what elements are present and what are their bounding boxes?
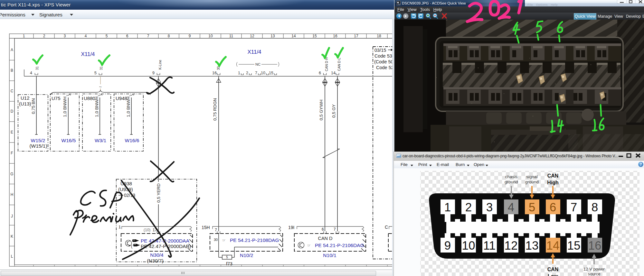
svg-text:N30/4: N30/4 xyxy=(150,252,164,258)
svg-text:15: 15 xyxy=(312,34,317,38)
svg-text:6: 6 xyxy=(319,71,321,75)
svg-text:9: 9 xyxy=(444,239,451,252)
svg-text:source: source xyxy=(588,271,600,276)
svg-text:16: 16 xyxy=(588,239,601,252)
svg-text:1: 1 xyxy=(23,34,25,38)
svg-text:7: 7 xyxy=(571,201,577,214)
svg-text:C: C xyxy=(11,89,14,93)
svg-text:12: 12 xyxy=(250,34,254,38)
svg-text:30: 30 xyxy=(216,66,220,70)
svg-text:CAN: CAN xyxy=(547,173,559,179)
svg-text:F: F xyxy=(11,151,13,155)
svg-text:03/15: 03/15 xyxy=(374,48,386,53)
svg-text:14: 14 xyxy=(331,71,336,75)
svg-text:E: E xyxy=(11,130,13,134)
svg-text:4: 4 xyxy=(508,201,515,214)
svg-text:13: 13 xyxy=(270,34,275,38)
svg-text:10: 10 xyxy=(462,239,475,252)
svg-text:(: ( xyxy=(131,244,133,249)
svg-text:D: D xyxy=(11,109,14,114)
svg-text:12: 12 xyxy=(504,239,517,252)
svg-text:CAN D: CAN D xyxy=(318,236,332,241)
svg-text:10: 10 xyxy=(261,71,265,75)
svg-text:B: B xyxy=(11,68,13,73)
svg-text:17: 17 xyxy=(354,34,358,38)
svg-text:2: 2 xyxy=(246,71,248,75)
svg-text:0,75 RDGN: 0,75 RDGN xyxy=(213,98,217,121)
svg-text:CAN D H: CAN D H xyxy=(325,57,328,71)
svg-text:0,5 GYWH: 0,5 GYWH xyxy=(319,100,324,121)
svg-text:☞: ☞ xyxy=(307,243,311,248)
svg-text:L: L xyxy=(11,254,13,259)
svg-text:0,5 YERD: 0,5 YERD xyxy=(156,183,161,203)
svg-text:(W15/1): (W15/1) xyxy=(29,143,47,149)
svg-text:PE 42.47-P-2000DAA: PE 42.47-P-2000DAA xyxy=(141,238,189,244)
svg-text:7: 7 xyxy=(215,228,217,232)
svg-text:14: 14 xyxy=(546,239,559,252)
svg-text:(10): (10) xyxy=(144,228,150,232)
svg-text:A: A xyxy=(11,48,13,52)
svg-text:6: 6 xyxy=(550,201,556,214)
svg-text:16: 16 xyxy=(333,34,337,38)
svg-text:15: 15 xyxy=(567,239,580,252)
svg-text:U880: U880 xyxy=(84,96,95,101)
svg-text:W3/1: W3/1 xyxy=(95,138,106,143)
svg-text:3: 3 xyxy=(64,34,66,38)
svg-text:U75: U75 xyxy=(52,96,61,101)
svg-text:5: 5 xyxy=(529,201,535,214)
svg-text:9: 9 xyxy=(152,71,155,75)
svg-text:Code 52: Code 52 xyxy=(376,65,392,70)
svg-text:chasis: chasis xyxy=(505,174,518,179)
svg-text:1: 1 xyxy=(238,71,240,75)
svg-text:CAN: CAN xyxy=(547,267,559,272)
svg-text:(U13): (U13) xyxy=(19,101,31,106)
svg-text:14: 14 xyxy=(291,34,296,38)
svg-text:CAN D L: CAN D L xyxy=(337,58,341,71)
svg-text:15: 15 xyxy=(269,71,273,75)
svg-text:6: 6 xyxy=(126,34,128,38)
svg-text:6: 6 xyxy=(322,227,324,232)
svg-text:X11/4: X11/4 xyxy=(81,51,95,57)
svg-text:17: 17 xyxy=(153,228,157,232)
svg-text:(Code 50: (Code 50 xyxy=(374,59,392,64)
svg-text:X11/4: X11/4 xyxy=(247,49,261,55)
svg-text:7: 7 xyxy=(255,71,257,75)
svg-text:J: J xyxy=(11,214,13,218)
svg-text:4: 4 xyxy=(30,71,32,75)
svg-text:NC: NC xyxy=(255,62,260,66)
svg-text:30: 30 xyxy=(214,238,218,242)
svg-text:13: 13 xyxy=(525,239,538,252)
svg-text:☞: ☞ xyxy=(222,238,226,243)
svg-text:High: High xyxy=(547,180,559,185)
svg-text:12 V power: 12 V power xyxy=(583,267,605,271)
svg-text:3: 3 xyxy=(486,201,493,214)
svg-text:5: 5 xyxy=(226,255,228,259)
svg-text:0,75 BN: 0,75 BN xyxy=(31,98,36,114)
svg-text:2: 2 xyxy=(43,34,45,38)
svg-text:U12: U12 xyxy=(21,95,30,101)
svg-text:f73: f73 xyxy=(226,261,232,266)
svg-text:H: H xyxy=(11,192,14,197)
svg-text:U948: U948 xyxy=(116,96,127,101)
svg-text:18: 18 xyxy=(377,34,381,38)
svg-text:2: 2 xyxy=(465,201,472,214)
svg-text:8: 8 xyxy=(592,201,598,214)
svg-text:(U939): (U939) xyxy=(118,187,133,192)
svg-text:~: ~ xyxy=(99,84,102,89)
svg-text:W15/2: W15/2 xyxy=(31,138,45,143)
svg-text:PE 42.47-P-2000DAB): PE 42.47-P-2000DAB) xyxy=(141,244,191,249)
svg-text:Low: Low xyxy=(548,273,558,276)
svg-text:W16/5: W16/5 xyxy=(62,138,76,143)
svg-text:(N30/7): (N30/7) xyxy=(147,258,164,263)
svg-text:4: 4 xyxy=(85,34,87,38)
svg-text:15H: 15H xyxy=(202,225,210,230)
svg-text:10: 10 xyxy=(208,34,213,38)
svg-text:G: G xyxy=(10,172,13,176)
svg-text:11: 11 xyxy=(483,239,496,252)
svg-text:0,5 GY: 0,5 GY xyxy=(331,104,336,118)
svg-text:7: 7 xyxy=(334,227,336,232)
svg-text:8: 8 xyxy=(168,34,170,38)
svg-text:PE 54.21-P-2106DAG: PE 54.21-P-2106DAG xyxy=(315,243,364,248)
svg-text:1,0 BNWH: 1,0 BNWH xyxy=(62,97,67,117)
svg-text:K: K xyxy=(11,234,13,239)
